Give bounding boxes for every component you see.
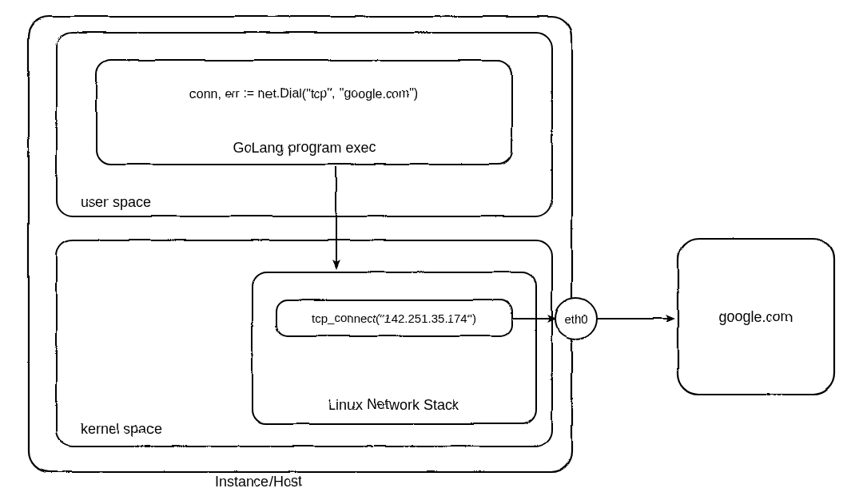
tcp-connect-text: tcp_connect("142.251.35.174") bbox=[311, 311, 475, 324]
google-label: google.com bbox=[718, 308, 792, 324]
golang-code-line: conn, err := net.Dial("tcp", "google.com… bbox=[189, 86, 418, 100]
instance-host-box bbox=[28, 16, 571, 471]
linux-network-stack-label: Linux Network Stack bbox=[328, 396, 459, 412]
user-space-label: user space bbox=[80, 193, 150, 209]
eth0-label: eth0 bbox=[563, 312, 587, 325]
golang-program-label: GoLang program exec bbox=[232, 139, 375, 155]
kernel-space-label: kernel space bbox=[80, 420, 161, 436]
kernel-space-box bbox=[56, 240, 551, 446]
instance-host-label: Instance/Host bbox=[214, 473, 302, 489]
